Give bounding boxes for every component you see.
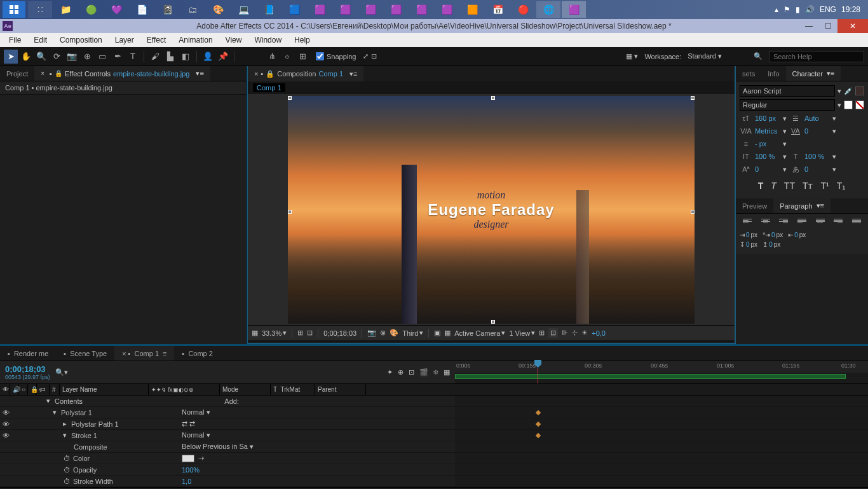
stroke-color-swatch[interactable] (844, 100, 853, 109)
layer-row-composite[interactable]: Composite Below Previous in Sa ▾ (0, 441, 868, 453)
axis-tool[interactable]: ⊞ (295, 50, 309, 64)
shape-tool[interactable]: ▭ (95, 50, 109, 64)
stopwatch-icon[interactable]: ⏱ (64, 455, 71, 462)
col-eye-icon[interactable]: 👁 (0, 384, 10, 395)
lock-icon[interactable]: 🔒 (266, 70, 275, 78)
snap-option-icon[interactable]: ⤢ (363, 52, 369, 60)
axis-tool[interactable]: ⋔ (265, 50, 279, 64)
col-trkmat[interactable]: T TrkMat (271, 384, 315, 395)
col-lock-icon[interactable]: 🔒 (28, 384, 37, 395)
menu-window[interactable]: Window (248, 36, 288, 45)
tray-clock[interactable]: 19:28 (841, 5, 860, 14)
align-center-button[interactable] (760, 217, 771, 228)
timeline-ruler[interactable]: 0:00s 00:15s 00:30s 00:45s 01:00s 01:15s… (455, 361, 868, 383)
justify-left-button[interactable] (796, 217, 808, 228)
transform-handle[interactable] (691, 96, 695, 100)
layer-row-stroke-width[interactable]: ⏱ Stroke Width 1,0 (0, 476, 868, 487)
taskbar-app[interactable]: 🟪 (358, 1, 383, 18)
kerning-value[interactable]: Metrics (755, 127, 780, 135)
channel-icon[interactable]: ⊗ (380, 329, 386, 337)
col-parent[interactable]: Parent (315, 384, 366, 395)
keyframe[interactable] (536, 410, 541, 415)
timeline-tab-render[interactable]: ▪ Render me (0, 346, 56, 361)
workspace-select[interactable]: Standard ▾ (688, 52, 722, 60)
type-tool[interactable]: T (126, 50, 140, 64)
taskbar-app[interactable]: 🟦 (282, 1, 306, 18)
eye-toggle[interactable]: 👁 (0, 420, 11, 428)
prop-value[interactable]: 100% (182, 466, 455, 474)
eye-toggle[interactable]: 👁 (0, 432, 11, 439)
zoom-tool[interactable]: 🔍 (34, 50, 48, 64)
tray-volume-icon[interactable]: 🔊 (805, 5, 815, 14)
layer-row-contents[interactable]: ▾Contents Add: (0, 396, 868, 407)
camera-tool[interactable]: 📷 (65, 50, 79, 64)
taskbar-app[interactable]: 📅 (485, 1, 510, 18)
tray-up-icon[interactable]: ▴ (775, 5, 778, 14)
view-select[interactable]: 1 View ▾ (509, 329, 535, 337)
tab-presets[interactable]: sets (736, 66, 761, 81)
taskbar-app[interactable]: 🟪 (409, 1, 433, 18)
indent-left[interactable]: ⇥ 0 px (740, 231, 757, 238)
prop-value[interactable]: 1,0 (182, 478, 455, 485)
snapping-toggle[interactable]: Snapping ⤢ ⊡ (316, 52, 377, 60)
pan-behind-tool[interactable]: ⊕ (80, 50, 94, 64)
space-before[interactable]: ↧ 0 px (740, 241, 757, 248)
eraser-tool[interactable]: ◧ (179, 50, 193, 64)
tab-close-icon[interactable]: × (254, 70, 258, 78)
safe-zone-icon[interactable]: ▣ (434, 329, 440, 337)
taskbar-app[interactable]: 🟪 (562, 1, 586, 18)
taskbar-app[interactable]: 🌐 (536, 1, 560, 18)
pen-tool[interactable]: ✒ (111, 50, 125, 64)
snapshot-icon[interactable]: 📷 (367, 329, 376, 337)
justify-all-button[interactable] (851, 217, 862, 228)
workspace-menu-icon[interactable]: ▦ ▾ (626, 52, 638, 60)
composition-viewer[interactable]: motion Eugene Faraday designer (248, 94, 735, 325)
resolution-select[interactable]: Third ▾ (402, 329, 423, 337)
flowchart-icon[interactable]: ⊹ (572, 329, 578, 337)
pixel-aspect-icon[interactable]: ⊞ (539, 329, 545, 337)
tl-tool-icon[interactable]: ✦ (387, 368, 393, 376)
taskbar-app[interactable]: 🔴 (511, 1, 535, 18)
col-audio-icon[interactable]: 🔊 (10, 384, 19, 395)
work-area-bar[interactable] (455, 374, 846, 379)
tl-tool-icon[interactable]: ⊡ (409, 368, 414, 376)
hand-tool[interactable]: ✋ (19, 50, 33, 64)
taskbar-app[interactable]: 📄 (130, 1, 154, 18)
timeline-tab-scene[interactable]: ▪ Scene Type (56, 346, 114, 361)
taskbar-app[interactable]: 🟪 (308, 1, 332, 18)
roi-icon[interactable]: ⊡ (307, 329, 313, 337)
taskbar-app[interactable]: 🟧 (460, 1, 484, 18)
taskbar-app[interactable]: 🟪 (435, 1, 459, 18)
magnification-icon[interactable]: ▦ (252, 329, 258, 337)
prop-value[interactable]: Below Previous in Sa (182, 443, 248, 450)
taskbar-app[interactable]: 💻 (231, 1, 255, 18)
col-mode[interactable]: Mode (220, 384, 271, 395)
color-swatch[interactable] (182, 455, 194, 462)
dropdown-icon[interactable]: ▾ (832, 114, 836, 123)
blend-mode[interactable]: Normal (182, 408, 204, 416)
stopwatch-icon[interactable]: ⏱ (64, 478, 71, 485)
start-button[interactable] (3, 1, 25, 18)
taskbar-app[interactable]: 🎨 (206, 1, 230, 18)
grid-icon[interactable]: ▦ (444, 329, 451, 337)
justify-right-button[interactable] (832, 217, 844, 228)
tab-project[interactable]: Project (0, 66, 34, 81)
resolution-icon[interactable]: ⊞ (297, 329, 303, 337)
leading-value[interactable]: Auto (804, 114, 830, 122)
layer-row-polystar[interactable]: 👁 ▾Polystar 1 Normal ▾ (0, 407, 868, 418)
transform-handle[interactable] (691, 210, 695, 214)
search-layer-icon[interactable]: 🔍▾ (55, 368, 68, 376)
dropdown-icon[interactable]: ▾ (837, 87, 841, 95)
align-right-button[interactable] (778, 217, 789, 228)
taskbar-app[interactable]: 🟢 (79, 1, 103, 18)
timeline-tab-comp1[interactable]: × ▪ Comp 1 ≡ (114, 346, 174, 361)
taskbar-app[interactable]: 📘 (257, 1, 281, 18)
dropdown-icon[interactable]: ▾ (783, 127, 787, 135)
fill-color-swatch[interactable] (855, 86, 864, 95)
baseline-value[interactable]: 0 (755, 165, 780, 173)
timeline-icon[interactable]: ⊪ (562, 329, 568, 337)
font-family-select[interactable]: Aaron Script (740, 85, 835, 97)
tl-tool-icon[interactable]: 🎬 (419, 368, 428, 376)
panel-menu-icon[interactable]: ▾≡ (196, 69, 203, 78)
taskbar-app[interactable]: 📓 (155, 1, 179, 18)
